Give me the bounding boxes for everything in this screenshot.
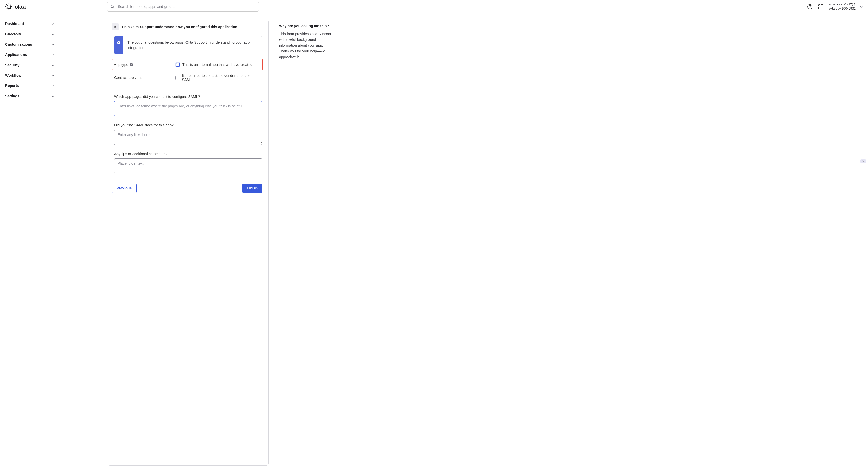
search-input[interactable]	[107, 2, 259, 12]
saml-pages-label: Which app pages did you consult to confi…	[114, 95, 262, 99]
header-right: amanasrani1712@... okta-dev-10049931	[807, 3, 863, 10]
svg-rect-19	[118, 42, 119, 43]
svg-line-10	[113, 7, 114, 8]
app-type-label: App type ?	[114, 63, 176, 67]
svg-line-7	[6, 8, 7, 9]
content-area: 3 Help Okta Support understand how you c…	[60, 13, 334, 476]
contact-vendor-checkbox-container: It's required to contact the vendor to e…	[176, 74, 261, 82]
step-title: Help Okta Support understand how you con…	[122, 25, 237, 29]
top-header: okta amana	[0, 0, 868, 13]
info-icon	[117, 41, 120, 45]
form-card: 3 Help Okta Support understand how you c…	[108, 20, 269, 466]
previous-button[interactable]: Previous	[112, 183, 137, 193]
saml-docs-label: Did you find SAML docs for this app?	[114, 123, 262, 127]
search-icon	[110, 5, 115, 9]
svg-rect-15	[819, 7, 820, 8]
tips-group: Any tips or additional comments?	[112, 152, 265, 174]
app-type-checkbox-label: This is an internal app that we have cre…	[182, 63, 252, 67]
sidebar-item-settings[interactable]: Settings	[0, 91, 60, 101]
svg-rect-13	[819, 4, 820, 6]
sidebar-item-label: Reports	[5, 83, 19, 88]
sidebar-item-label: Directory	[5, 32, 21, 36]
user-text: amanasrani1712@... okta-dev-10049931	[829, 3, 858, 10]
sidebar-item-label: Applications	[5, 53, 27, 57]
svg-rect-14	[821, 4, 823, 6]
app-type-checkbox[interactable]	[176, 63, 180, 67]
aside-text: This form provides Okta Support with use…	[279, 31, 333, 60]
chevron-down-icon	[52, 33, 55, 36]
chevron-down-icon	[52, 22, 55, 25]
sidebar-item-security[interactable]: Security	[0, 60, 60, 70]
sidebar-item-label: Security	[5, 63, 20, 67]
info-banner-text: The optional questions below assist Okta…	[123, 36, 262, 54]
okta-logo-icon	[5, 3, 12, 10]
app-type-row-highlighted: App type ? This is an internal app that …	[112, 59, 263, 70]
svg-line-8	[10, 4, 11, 5]
search-container	[107, 2, 259, 12]
saml-docs-group: Did you find SAML docs for this app?	[112, 123, 265, 145]
brand-logo[interactable]: okta	[5, 3, 59, 10]
saml-docs-textarea[interactable]	[114, 130, 262, 145]
chevron-down-icon	[52, 43, 55, 46]
svg-point-9	[111, 5, 114, 8]
aside-title: Why are you asking me this?	[279, 24, 333, 28]
step-number-badge: 3	[112, 24, 119, 30]
sidebar-item-label: Settings	[5, 94, 20, 98]
tips-label: Any tips or additional comments?	[114, 152, 262, 156]
sidebar-item-workflow[interactable]: Workflow	[0, 70, 60, 80]
contact-vendor-checkbox-label: It's required to contact the vendor to e…	[182, 74, 261, 82]
app-type-label-text: App type	[114, 63, 128, 67]
info-banner: The optional questions below assist Okta…	[114, 36, 262, 55]
sidebar-item-dashboard[interactable]: Dashboard	[0, 19, 60, 29]
saml-pages-group: Which app pages did you consult to confi…	[112, 95, 265, 117]
sidebar-item-customizations[interactable]: Customizations	[0, 39, 60, 49]
svg-rect-16	[821, 7, 823, 8]
sidebar-item-applications[interactable]: Applications	[0, 49, 60, 60]
svg-point-18	[118, 41, 119, 42]
sidebar-nav: Dashboard Directory Customizations Appli…	[0, 13, 60, 476]
sidebar-item-label: Dashboard	[5, 22, 24, 26]
step-header: 3 Help Okta Support understand how you c…	[112, 24, 265, 30]
chevron-down-icon	[52, 64, 55, 67]
help-tooltip-icon[interactable]: ?	[130, 63, 133, 66]
chevron-down-icon	[860, 5, 863, 8]
svg-line-5	[6, 4, 7, 5]
main-layout: Dashboard Directory Customizations Appli…	[0, 13, 868, 476]
info-banner-accent	[115, 36, 123, 54]
chevron-down-icon	[52, 84, 55, 87]
chevron-down-icon	[52, 95, 55, 98]
chevron-down-icon	[52, 74, 55, 77]
chevron-down-icon	[52, 53, 55, 56]
apps-grid-icon[interactable]	[818, 4, 824, 9]
help-icon[interactable]	[807, 4, 813, 9]
contact-vendor-checkbox[interactable]	[176, 76, 179, 80]
saml-pages-textarea[interactable]	[114, 101, 262, 116]
tips-textarea[interactable]	[114, 159, 262, 173]
user-org: okta-dev-10049931	[829, 7, 858, 11]
contact-vendor-row: Contact app vendor It's required to cont…	[112, 70, 265, 85]
divider	[114, 90, 262, 90]
sidebar-item-label: Workflow	[5, 73, 22, 77]
contact-vendor-label: Contact app vendor	[114, 76, 176, 80]
svg-line-6	[10, 8, 11, 9]
svg-point-0	[7, 5, 10, 8]
user-menu[interactable]: amanasrani1712@... okta-dev-10049931	[829, 3, 863, 10]
app-type-checkbox-container: This is an internal app that we have cre…	[176, 63, 252, 67]
form-wrapper: 3 Help Okta Support understand how you c…	[60, 13, 333, 466]
sidebar-item-label: Customizations	[5, 42, 32, 46]
floating-handle-icon[interactable]: ⤡	[860, 159, 866, 163]
button-row: Previous Finish	[112, 180, 265, 193]
finish-button[interactable]: Finish	[242, 183, 262, 193]
user-email: amanasrani1712@...	[829, 3, 858, 7]
sidebar-item-directory[interactable]: Directory	[0, 29, 60, 39]
aside-help: Why are you asking me this? This form pr…	[274, 24, 333, 466]
sidebar-item-reports[interactable]: Reports	[0, 80, 60, 91]
brand-text: okta	[15, 3, 26, 10]
